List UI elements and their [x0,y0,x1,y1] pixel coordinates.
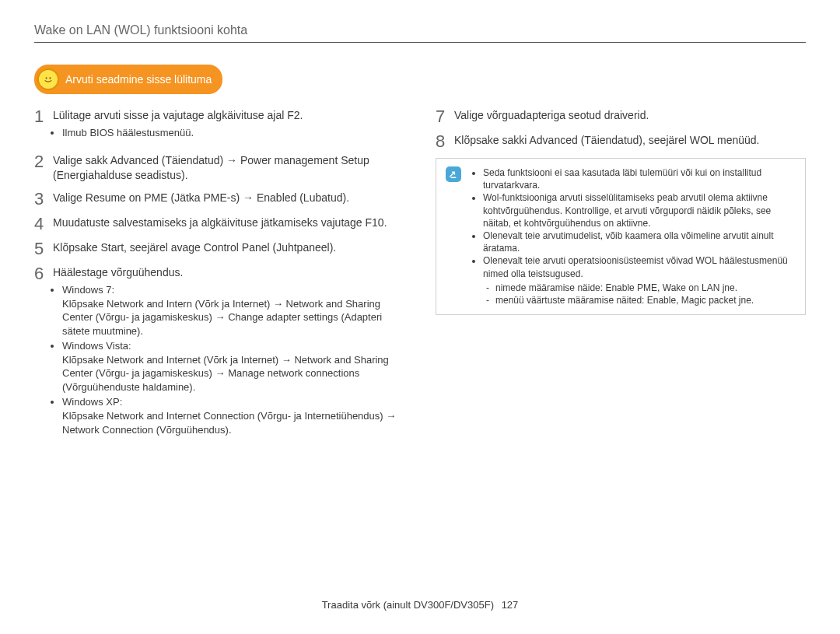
step-text: Valige võrguadapteriga seotud draiverid. [454,108,806,123]
note-item: Seda funktsiooni ei saa kasutada läbi tu… [483,166,796,191]
step-text: Klõpsake sakki Advanced (Täiendatud), se… [454,133,806,148]
svg-point-0 [46,77,47,79]
note-item: Wol-funktsiooniga arvuti sisselülitamise… [483,191,796,229]
note-subitem: menüü väärtuste määramise näited: Enable… [486,294,796,306]
step-text: Muudatuste salvestamiseks ja algkäivitus… [53,215,404,230]
step-7: 7 Valige võrguadapteriga seotud draiveri… [436,108,806,125]
page-footer: Traadita võrk (ainult DV300F/DV305F) 127 [0,599,840,611]
section-heading-text: Arvuti seadmine sisse lülituma [65,73,212,86]
note-box: Seda funktsiooni ei saa kasutada läbi tu… [436,158,806,315]
svg-point-1 [49,77,51,79]
step-text: Lülitage arvuti sisse ja vajutage algkäi… [53,109,303,121]
step-number: 3 [34,191,45,208]
step-5: 5 Klõpsake Start, seejärel avage Control… [34,240,404,257]
sub-item: Windows XP: Klõpsake Network and Interne… [62,395,404,436]
page-title: Wake on LAN (WOL) funktsiooni kohta [34,23,806,43]
step-8: 8 Klõpsake sakki Advanced (Täiendatud), … [436,133,806,150]
sub-item: Windows 7: Klõpsake Network and Intern (… [62,283,404,338]
section-heading-pill: Arvuti seadmine sisse lülituma [34,65,222,94]
step-4: 4 Muudatuste salvestamiseks ja algkäivit… [34,215,404,233]
smiley-icon [37,68,59,90]
left-column: 1 Lülitage arvuti sisse ja vajutage algk… [34,108,404,450]
note-subitem: nimede määramise näide: Enable PME, Wake… [486,282,796,294]
step-number: 1 [34,108,45,125]
step-number: 7 [436,108,446,125]
content-columns: 1 Lülitage arvuti sisse ja vajutage algk… [34,108,806,450]
right-column: 7 Valige võrguadapteriga seotud draiveri… [436,108,806,450]
step-text: Valige sakk Advanced (Täiendatud) → Powe… [53,153,404,183]
step-2: 2 Valige sakk Advanced (Täiendatud) → Po… [34,153,404,183]
step-number: 8 [436,133,446,150]
sub-item: Ilmub BIOS häälestusmenüü. [62,126,404,140]
note-item: Olenevalt teie arvutimudelist, võib kaam… [483,229,796,254]
step-3: 3 Valige Resume on PME (Jätka PME-s) → E… [34,191,404,208]
step-6: 6 Häälestage võrguühendus. Windows 7: Kl… [34,265,404,443]
step-number: 6 [34,265,45,282]
step-text: Häälestage võrguühendus. [53,266,183,278]
info-icon [446,166,461,182]
page-number: 127 [502,599,519,611]
step-text: Klõpsake Start, seejärel avage Control P… [53,240,404,255]
sub-item: Windows Vista: Klõpsake Network and Inte… [62,339,404,394]
step-number: 5 [34,240,45,257]
footer-text: Traadita võrk (ainult DV300F/DV305F) [322,599,494,611]
step-number: 4 [34,215,45,233]
step-1: 1 Lülitage arvuti sisse ja vajutage algk… [34,108,404,145]
step-number: 2 [34,153,45,170]
note-item: Olenevalt teie arvuti operatsioonisüstee… [483,254,796,306]
step-text: Valige Resume on PME (Jätka PME-s) → Ena… [53,191,404,205]
